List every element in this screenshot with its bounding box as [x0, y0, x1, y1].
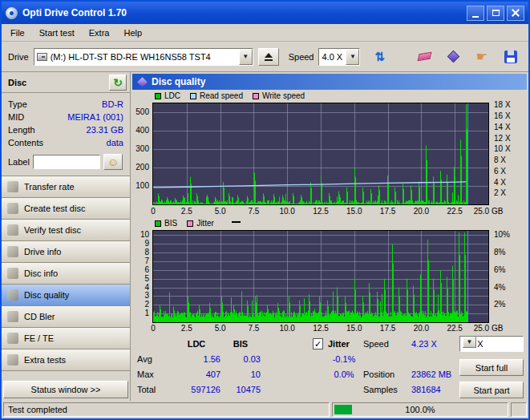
speed-stat-value: 4.23 X [411, 338, 437, 349]
extra-tests-icon [7, 354, 18, 365]
disc-info-icon [7, 268, 18, 279]
disc-panel-header: Disc ↻ [2, 72, 130, 93]
jitter-checkbox[interactable]: ✓ [313, 338, 323, 349]
quality-speed-select[interactable]: 4.0 X ▼ [459, 336, 524, 352]
read-speed-swatch [190, 93, 196, 99]
progress-bar: 100.0% [332, 402, 508, 417]
titlebar: Opti Drive Control 1.70 [2, 2, 528, 24]
avg-ldc-value: 1.56 [172, 353, 220, 365]
disc-contents-label: Contents [8, 136, 43, 149]
resize-grip[interactable] [511, 402, 527, 417]
speed-combobox[interactable]: 4.0 X ▼ [318, 48, 360, 66]
verify-test-disc-icon [7, 224, 18, 236]
drive-combobox[interactable]: (M:) HL-DT-ST BD-RE WH16NS58 TST4 ▼ [34, 48, 253, 66]
ldc-swatch [155, 93, 161, 99]
progress-fill [334, 405, 352, 414]
sidebar-item-extra-tests[interactable]: Extra tests [2, 349, 130, 371]
bis-left-axis: 10987654321 [131, 230, 152, 321]
total-ldc-value: 597126 [172, 384, 220, 395]
sidebar-item-disc-quality[interactable]: Disc quality [2, 284, 130, 306]
transfer-rate-icon [7, 181, 18, 192]
disc-mid-row: MID MEIRA1 (001) [8, 111, 123, 123]
status-text: Test completed [3, 402, 330, 417]
avg-row-label: Avg [137, 353, 152, 365]
start-part-button[interactable]: Start part [459, 382, 524, 398]
sidebar-item-disc-info[interactable]: Disc info [2, 262, 130, 285]
speed-combobox-arrow[interactable]: ▼ [346, 49, 359, 65]
disc-refresh-button[interactable]: ↻ [109, 75, 127, 91]
smiley-icon: ☺ [107, 156, 119, 168]
save-button[interactable] [500, 46, 522, 67]
label-field-label: Label [8, 157, 30, 167]
sidebar-item-create-test-disc[interactable]: Create test disc [2, 197, 130, 220]
ldc-legend: LDC Read speed Write speed [155, 91, 305, 100]
statusbar: Test completed 100.0% [2, 401, 528, 418]
sidebar-item-cd-bler[interactable]: CD Bler [2, 305, 130, 328]
label-write-button[interactable]: ☺ [103, 154, 123, 170]
menu-item-help[interactable]: Help [116, 26, 149, 40]
window-title: Opti Drive Control 1.70 [22, 7, 127, 18]
speed-stat-label: Speed [363, 338, 389, 349]
drive-combobox-arrow[interactable]: ▼ [239, 49, 253, 65]
max-jitter-value: 0.0% [326, 369, 362, 380]
max-bis-value: 10 [220, 369, 261, 380]
gem-icon [447, 50, 459, 63]
erase-disc-button[interactable] [413, 46, 435, 67]
sidebar-item-label: Extra tests [24, 355, 66, 365]
grab-data-button[interactable]: ☛ [471, 46, 493, 67]
sidebar-item-label: Disc quality [24, 290, 69, 300]
bis-swatch [155, 220, 161, 227]
eraser-icon [417, 52, 431, 61]
minimize-button[interactable] [467, 6, 484, 21]
status-window-button[interactable]: Status window >> [3, 381, 128, 398]
disc-mid-label: MID [8, 111, 24, 123]
legend-item: Read speed [190, 91, 243, 100]
sidebar-item-fe-te[interactable]: FE / TE [2, 327, 130, 349]
maximize-button[interactable] [487, 6, 504, 21]
panel-header: Disc quality [132, 74, 527, 90]
legend-item: BIS [155, 219, 177, 228]
disc-info-fields: Type BD-R MID MEIRA1 (001) Length 23.31 … [2, 93, 130, 149]
disc-quality-icon [7, 289, 18, 301]
refresh-speeds-button[interactable]: ⇅ [368, 46, 390, 67]
ldc-right-axis: 18 X16 X14 X12 X10 X8 X6 X4 X2 X [492, 103, 527, 204]
jitter-swatch [187, 220, 193, 227]
sidebar-item-label: Disc info [24, 269, 58, 278]
menu-item-file[interactable]: File [3, 26, 32, 40]
start-full-button[interactable]: Start full [459, 359, 524, 376]
speed-combobox-value: 4.0 X [322, 52, 342, 62]
label-input[interactable] [33, 155, 100, 169]
disc-length-label: Length [8, 123, 35, 136]
eject-icon [264, 53, 273, 61]
total-row-label: Total [137, 384, 156, 395]
refresh-speeds-icon: ⇅ [374, 50, 385, 63]
disc-type-value: BD-R [102, 98, 123, 111]
disc-quality-shortcut-button[interactable] [442, 46, 464, 67]
quality-speed-select-arrow[interactable]: ▼ [463, 337, 476, 348]
drive-info-icon [7, 246, 18, 257]
minimize-icon [472, 16, 479, 18]
sidebar-item-transfer-rate[interactable]: Transfer rate [2, 176, 130, 198]
panel-gem-icon [137, 77, 148, 87]
legend-label: LDC [164, 91, 180, 100]
sidebar-item-label: Create test disc [24, 204, 85, 213]
cd-bler-icon [7, 311, 18, 322]
close-button[interactable] [507, 6, 524, 21]
toolbar: Drive (M:) HL-DT-ST BD-RE WH16NS58 TST4 … [2, 42, 528, 72]
sidebar-item-verify-test-disc[interactable]: Verify test disc [2, 219, 130, 241]
eject-button[interactable] [258, 48, 279, 66]
legend-item: Write speed [253, 91, 305, 100]
position-stat-value: 23862 MB [411, 369, 451, 380]
ldc-x-axis: 02.55.07.510.012.515.017.520.022.525.0 G… [153, 207, 488, 216]
sidebar: Disc ↻ Type BD-R MID MEIRA1 (001) Length… [2, 72, 131, 401]
disc-mid-value: MEIRA1 (001) [67, 111, 123, 123]
menu-item-extra[interactable]: Extra [82, 26, 117, 40]
disc-type-label: Type [8, 98, 27, 111]
sidebar-item-drive-info[interactable]: Drive info [2, 240, 130, 263]
toolbar-icon-group: ☛ [413, 46, 522, 67]
menu-item-start-test[interactable]: Start test [32, 26, 82, 40]
fe-te-icon [7, 333, 18, 344]
menubar: File Start test Extra Help [2, 24, 528, 42]
total-bis-value: 10475 [220, 384, 261, 395]
disc-contents-value[interactable]: data [107, 136, 123, 149]
